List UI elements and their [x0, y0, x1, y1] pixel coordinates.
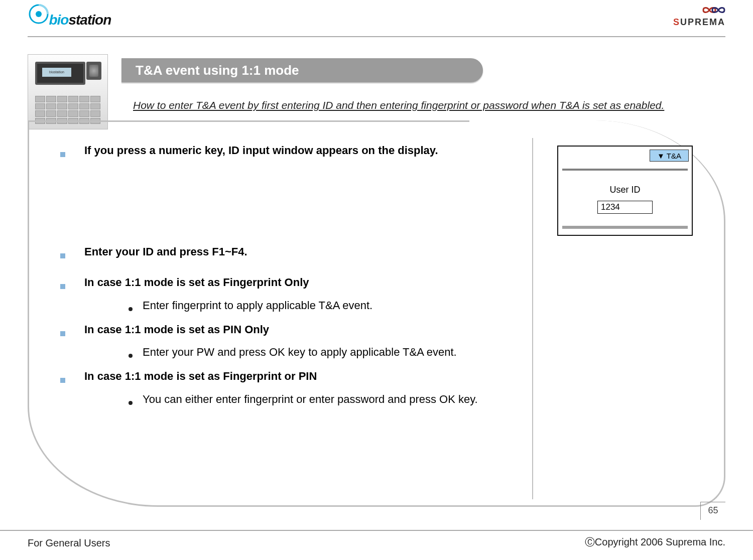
- intro-line: How to enter T&A event by first entering…: [133, 99, 664, 111]
- lcd-tab: ▼ T&A: [650, 150, 689, 162]
- bullet-item: If you press a numeric key, ID input win…: [60, 143, 512, 161]
- sub-bullet-text: Enter your PW and press OK key to apply …: [143, 345, 457, 362]
- bullet-text: If you press a numeric key, ID input win…: [84, 143, 438, 161]
- footer-rule: [0, 530, 753, 531]
- sub-bullet-item: Enter fingerprint to apply applicable T&…: [129, 298, 512, 315]
- suprema-infinity-icon: [698, 3, 725, 17]
- dot-bullet-icon: [129, 298, 143, 315]
- device-thumbnail-keys: [35, 96, 100, 124]
- biostation-swirl-icon: [28, 3, 50, 25]
- sub-bullet-item: Enter your PW and press OK key to apply …: [129, 345, 512, 362]
- bullet-text: In case 1:1 mode is set as PIN Only: [84, 322, 269, 340]
- sub-bullet-text: Enter fingerprint to apply applicable T&…: [143, 298, 372, 315]
- lcd-user-id-value: 1234: [597, 201, 653, 214]
- dot-bullet-icon: [129, 392, 143, 409]
- body-column: If you press a numeric key, ID input win…: [60, 143, 512, 416]
- product-logo-text: biostation: [49, 12, 111, 28]
- device-thumbnail: biostation: [28, 54, 108, 129]
- company-logo-text: SUPREMA: [673, 17, 725, 28]
- square-bullet-icon: [60, 143, 84, 161]
- square-bullet-icon: [60, 322, 84, 340]
- suprema-logo: SUPREMA: [673, 3, 725, 28]
- sub-bullet-text: You can either enter fingerprint or ente…: [143, 392, 478, 409]
- section-title: T&A event using 1:1 mode: [121, 58, 483, 82]
- lcd-inner: User ID 1234: [562, 169, 688, 229]
- lcd-illustration: ▼ T&A User ID 1234: [557, 146, 693, 236]
- square-bullet-icon: [60, 244, 84, 262]
- bullet-item: In case 1:1 mode is set as Fingerprint O…: [60, 275, 512, 293]
- bullet-item: Enter your ID and press F1~F4.: [60, 244, 512, 262]
- footer-right: ⒸCopyright 2006 Suprema Inc.: [585, 535, 725, 549]
- footer-left: For General Users: [28, 537, 110, 549]
- bullet-text: Enter your ID and press F1~F4.: [84, 244, 247, 262]
- square-bullet-icon: [60, 369, 84, 387]
- device-thumbnail-screen: biostation: [35, 62, 85, 85]
- header: biostation SUPREMA: [0, 0, 753, 36]
- lcd-user-label: User ID: [562, 185, 688, 195]
- vertical-separator: [532, 138, 533, 499]
- bullet-item: In case 1:1 mode is set as Fingerprint o…: [60, 369, 512, 387]
- fingerprint-sensor-icon: [86, 62, 101, 80]
- bullet-text: In case 1:1 mode is set as Fingerprint o…: [84, 369, 317, 387]
- bullet-item: In case 1:1 mode is set as PIN Only: [60, 322, 512, 340]
- bullet-text: In case 1:1 mode is set as Fingerprint O…: [84, 275, 309, 293]
- sub-bullet-item: You can either enter fingerprint or ente…: [129, 392, 512, 409]
- header-rule: [28, 36, 725, 37]
- dot-bullet-icon: [129, 345, 143, 362]
- page-number: 65: [700, 502, 725, 520]
- svg-point-1: [36, 11, 42, 17]
- biostation-logo: biostation: [28, 3, 114, 25]
- square-bullet-icon: [60, 275, 84, 293]
